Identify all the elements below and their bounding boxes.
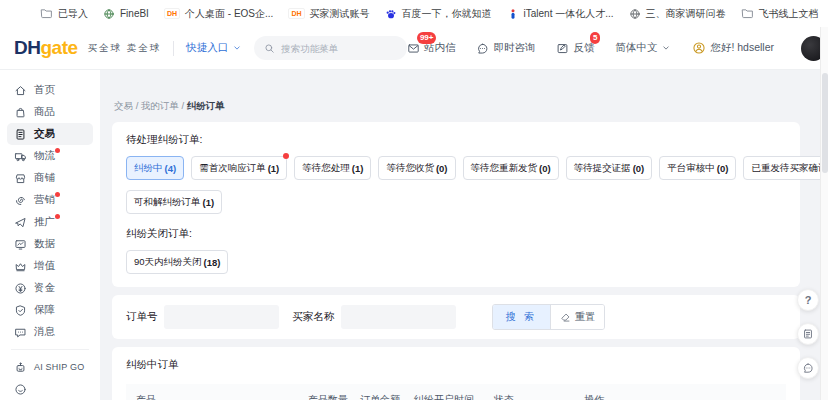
tab-awaiting-your-action[interactable]: 等待您处理(1) (294, 156, 371, 180)
disputes-table-title: 纠纷中订单 (126, 358, 786, 372)
eraser-icon (560, 312, 571, 323)
bookmark-imported[interactable]: 已导入 (40, 7, 88, 21)
reset-button[interactable]: 重置 (550, 305, 604, 329)
doc-tool-button[interactable] (797, 323, 819, 345)
sidebar-item-store[interactable]: 商铺 (7, 167, 93, 189)
globe-icon (629, 8, 641, 20)
sidebar-item-funds[interactable]: 资金 (7, 277, 93, 299)
sidebar-item-promotion[interactable]: 推广 (7, 211, 93, 233)
sidebar-item-label: 首页 (34, 83, 55, 97)
sidebar-item-marketing[interactable]: 营销 (7, 189, 93, 211)
dh-favicon: DH (164, 8, 180, 19)
marketing-icon (14, 194, 27, 207)
live-chat-button[interactable]: 即时咨询 (476, 41, 535, 55)
main-content: 交易 / 我的订单 / 纠纷订单 待处理纠纷订单: 纠纷中(4) 需首次响应订单… (100, 70, 828, 400)
sidebar-item-label: 数据 (34, 237, 55, 251)
tab-awaiting-evidence[interactable]: 等待提交证据(0) (566, 156, 653, 180)
bookmark-finebi[interactable]: FineBI (103, 8, 149, 20)
order-number-input[interactable] (164, 305, 279, 329)
sidebar-item-label: 保障 (34, 303, 55, 317)
tab-in-dispute[interactable]: 纠纷中(4) (126, 156, 184, 180)
sidebar-item-label: AI SHIP GO (34, 362, 84, 372)
bookmark-buyer-test[interactable]: DH买家测试账号 (288, 7, 369, 21)
chart-icon (14, 238, 27, 251)
tab-label: 纠纷中 (134, 162, 163, 175)
dh-favicon: DH (288, 8, 304, 19)
sidebar-item-partial[interactable] (7, 378, 93, 400)
divider (11, 349, 89, 350)
chat-icon (476, 42, 489, 55)
col-open-time: 纠纷开启时间 (414, 393, 494, 400)
sidebar-item-protection[interactable]: 保障 (7, 299, 93, 321)
sidebar-item-data[interactable]: 数据 (7, 233, 93, 255)
slogan: 买全球 卖全球 (88, 42, 162, 55)
sidebar-item-products[interactable]: 商品 (7, 101, 93, 123)
reset-label: 重置 (575, 310, 595, 324)
tab-reshipped-awaiting-confirm[interactable]: 已重发待买家确认收货(2) (743, 156, 828, 180)
dhgate-logo[interactable]: DHgate (14, 37, 78, 59)
col-status: 状态 (494, 393, 584, 400)
tab-label: 可和解纠纷订单 (134, 196, 201, 209)
tab-count: (0) (717, 163, 729, 174)
dispute-tabs-row2: 可和解纠纷订单(1) (126, 190, 786, 214)
sidebar-item-messages[interactable]: 消息 (7, 321, 93, 343)
sidebar-item-logistics[interactable]: 物流 (7, 145, 93, 167)
header-search[interactable] (254, 36, 407, 60)
tab-count: (0) (633, 163, 645, 174)
bookmark-feishu-docs[interactable]: 飞书线上文档 (741, 7, 819, 21)
sidebar-item-trade[interactable]: 交易 (7, 123, 93, 145)
bookmark-survey[interactable]: 三、商家调研问卷 (629, 7, 726, 21)
chat-tool-button[interactable] (797, 357, 819, 379)
red-dot (55, 192, 60, 197)
buyer-name-input[interactable] (341, 305, 456, 329)
breadcrumb-my-orders[interactable]: 我的订单 (141, 100, 179, 111)
tab-awaiting-reship[interactable]: 等待您重新发货(0) (463, 156, 559, 180)
baidu-paw-icon (385, 8, 397, 20)
tab-count: (18) (204, 257, 221, 268)
col-amount: 订单金额 (360, 393, 414, 400)
language-selector[interactable]: 简体中文 (615, 41, 671, 55)
tab-first-response-needed[interactable]: 需首次响应订单(1) (191, 156, 287, 180)
tab-label: 需首次响应订单 (199, 162, 266, 175)
account-menu[interactable]: 您好! hdseller (692, 41, 774, 55)
help-button[interactable]: ? (797, 289, 819, 311)
bookmarks-bar: 已导入 FineBI DH个人桌面 - EOS企... DH买家测试账号 百度一… (0, 0, 828, 27)
bookmark-baidu[interactable]: 百度一下，你就知道 (385, 7, 492, 21)
breadcrumb-separator: / (182, 100, 185, 111)
sidebar-item-label: 消息 (34, 325, 55, 339)
bookmark-personal-desktop[interactable]: DH个人桌面 - EOS企... (164, 7, 273, 21)
message-icon (14, 326, 27, 339)
page-scrollbar[interactable] (820, 27, 828, 400)
tab-label: 等待您处理 (302, 162, 350, 175)
breadcrumb-trade[interactable]: 交易 (114, 100, 133, 111)
tab-platform-review[interactable]: 平台审核中(0) (659, 156, 736, 180)
site-mail-button[interactable]: 站内信 99+ (407, 41, 456, 55)
dispute-tabs-row1: 纠纷中(4) 需首次响应订单(1) 等待您处理(1) 等待您收货(0) 等待您重… (126, 156, 786, 180)
tab-count: (1) (352, 163, 364, 174)
tab-label: 已重发待买家确认收货 (751, 162, 828, 175)
col-actions: 操作 (584, 393, 776, 400)
search-button[interactable]: 搜 索 (493, 305, 551, 329)
col-product: 产品 (136, 393, 308, 400)
file-icon (14, 128, 27, 141)
bookmark-label: FineBI (120, 8, 149, 19)
chevron-down-icon (232, 43, 242, 53)
search-input[interactable] (281, 43, 391, 54)
tab-awaiting-receipt[interactable]: 等待您收货(0) (378, 156, 455, 180)
breadcrumb-separator: / (136, 100, 139, 111)
sidebar-item-home[interactable]: 首页 (7, 79, 93, 101)
scrollbar-thumb[interactable] (822, 73, 828, 173)
tab-closed-90-days[interactable]: 90天内纠纷关闭(18) (126, 250, 228, 274)
robot-icon (14, 361, 27, 374)
bookmark-label: 三、商家调研问卷 (646, 7, 726, 21)
bookmark-label: 百度一下，你就知道 (402, 7, 492, 21)
quick-entry-menu[interactable]: 快捷入口 (186, 41, 242, 55)
bookmark-italent[interactable]: iTalent 一体化人才... (507, 7, 614, 21)
feedback-button[interactable]: 反馈 5 (556, 41, 594, 55)
sidebar-item-ai-ship-go[interactable]: AI SHIP GO (7, 356, 93, 378)
tab-label: 90天内纠纷关闭 (134, 256, 202, 269)
folder-icon (40, 7, 53, 20)
sidebar-item-value-added[interactable]: 增值 (7, 255, 93, 277)
breadcrumb: 交易 / 我的订单 / 纠纷订单 (114, 100, 800, 113)
tab-resolvable-disputes[interactable]: 可和解纠纷订单(1) (126, 190, 222, 214)
